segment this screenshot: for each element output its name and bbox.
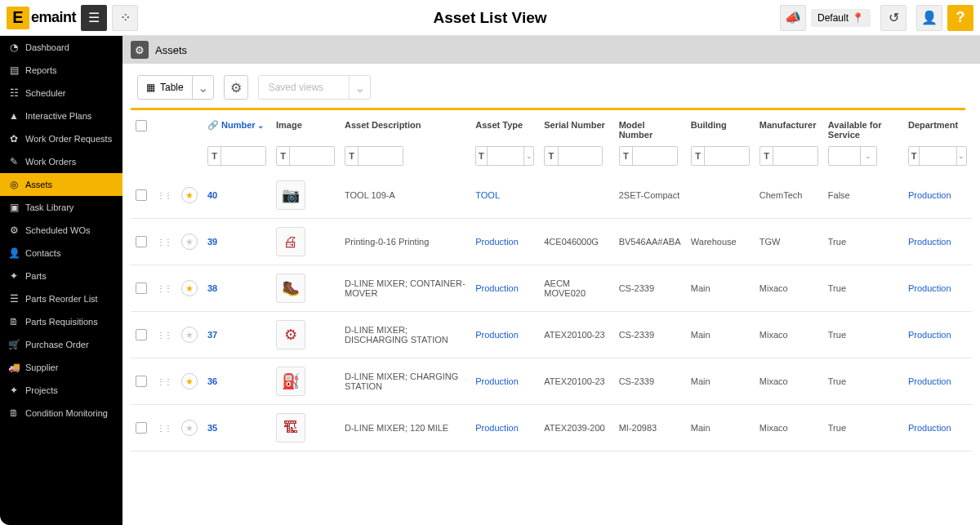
- row-checkbox[interactable]: [136, 329, 147, 340]
- cell-department[interactable]: Production: [908, 376, 951, 386]
- filter-description-input[interactable]: [359, 147, 403, 165]
- asset-number-link[interactable]: 37: [207, 330, 217, 340]
- panel-settings-button[interactable]: ⚙: [131, 41, 149, 59]
- apps-button[interactable]: ⁘: [112, 5, 138, 31]
- cell-asset-type[interactable]: Production: [475, 376, 519, 386]
- filter-model-input[interactable]: [633, 147, 677, 165]
- sidebar-item-work-order-requests[interactable]: ✿Work Order Requests: [0, 127, 122, 150]
- asset-number-link[interactable]: 39: [207, 237, 217, 247]
- history-button[interactable]: ↺: [880, 5, 906, 31]
- asset-number-link[interactable]: 38: [207, 283, 217, 293]
- col-available-for-service[interactable]: Available for Service: [823, 115, 903, 143]
- cell-asset-type[interactable]: Production: [475, 283, 519, 293]
- col-asset-type[interactable]: Asset Type: [470, 115, 539, 143]
- cell-asset-type[interactable]: TOOL: [475, 190, 500, 200]
- drag-handle-icon[interactable]: ⋮⋮: [157, 238, 172, 247]
- filter-number[interactable]: T: [207, 146, 266, 166]
- sidebar-item-parts[interactable]: ✦Parts: [0, 265, 122, 287]
- help-button[interactable]: ?: [947, 5, 973, 31]
- saved-views-select[interactable]: Saved views ⌄: [258, 75, 371, 100]
- row-checkbox[interactable]: [136, 283, 147, 294]
- favorite-toggle[interactable]: ★: [181, 234, 198, 250]
- col-asset-description[interactable]: Asset Description: [340, 115, 470, 143]
- drag-handle-icon[interactable]: ⋮⋮: [157, 191, 172, 200]
- filter-description[interactable]: T: [345, 146, 403, 166]
- row-checkbox[interactable]: [136, 189, 147, 201]
- row-checkbox[interactable]: [136, 376, 147, 387]
- asset-thumbnail[interactable]: 🥾: [276, 274, 305, 303]
- asset-number-link[interactable]: 35: [207, 423, 217, 433]
- asset-thumbnail[interactable]: ⛽: [276, 367, 305, 396]
- asset-thumbnail[interactable]: ⚙: [276, 320, 305, 349]
- sidebar-item-parts-requisitions[interactable]: 🗎Parts Requisitions: [0, 310, 122, 333]
- sidebar-item-projects[interactable]: ✦Projects: [0, 379, 122, 402]
- user-button[interactable]: 👤: [916, 5, 942, 31]
- drag-handle-icon[interactable]: ⋮⋮: [157, 377, 172, 386]
- drag-handle-icon[interactable]: ⋮⋮: [157, 424, 172, 433]
- filter-available[interactable]: ⌄: [828, 146, 877, 166]
- cell-department[interactable]: Production: [908, 423, 951, 433]
- filter-building-input[interactable]: [705, 147, 749, 165]
- menu-toggle-button[interactable]: ☰: [81, 5, 107, 31]
- sidebar-item-interactive-plans[interactable]: ▲Interactive Plans: [0, 105, 122, 127]
- sidebar-item-dashboard[interactable]: ◔Dashboard: [0, 36, 122, 59]
- sidebar-item-scheduled-wos[interactable]: ⚙Scheduled WOs: [0, 219, 122, 242]
- col-number[interactable]: 🔗Number⌄: [203, 115, 271, 143]
- sidebar-item-reports[interactable]: ▤Reports: [0, 59, 122, 82]
- col-serial-number[interactable]: Serial Number: [539, 115, 613, 143]
- announce-button[interactable]: 📣: [780, 5, 806, 31]
- location-selector[interactable]: Default 📍: [811, 9, 871, 27]
- filter-image-input[interactable]: [290, 147, 334, 165]
- sidebar-item-purchase-order[interactable]: 🛒Purchase Order: [0, 333, 122, 356]
- favorite-toggle[interactable]: ★: [181, 280, 198, 296]
- filter-number-input[interactable]: [221, 147, 265, 165]
- sidebar-item-supplier[interactable]: 🚚Supplier: [0, 356, 122, 379]
- drag-handle-icon[interactable]: ⋮⋮: [157, 331, 172, 340]
- cell-department[interactable]: Production: [908, 190, 951, 200]
- filter-manufacturer-input[interactable]: [773, 147, 817, 165]
- filter-department[interactable]: T⌄: [908, 146, 967, 166]
- cell-asset-type[interactable]: Production: [475, 237, 519, 247]
- sidebar-item-condition-monitoring[interactable]: 🗎Condition Monitoring: [0, 402, 122, 425]
- col-manufacturer[interactable]: Manufacturer: [755, 115, 823, 143]
- asset-thumbnail[interactable]: 🏗: [276, 413, 305, 443]
- favorite-toggle[interactable]: ★: [181, 187, 198, 203]
- row-checkbox[interactable]: [136, 236, 147, 247]
- col-model-number[interactable]: Model Number: [614, 115, 686, 143]
- drag-handle-icon[interactable]: ⋮⋮: [157, 284, 172, 293]
- filter-image[interactable]: T: [276, 146, 335, 166]
- favorite-toggle[interactable]: ★: [181, 327, 198, 343]
- col-image[interactable]: Image: [271, 115, 340, 143]
- asset-number-link[interactable]: 36: [207, 376, 217, 386]
- sidebar-item-work-orders[interactable]: ✎Work Orders: [0, 150, 122, 173]
- filter-department-input[interactable]: [920, 147, 956, 165]
- sidebar-item-assets[interactable]: ◎Assets: [0, 173, 122, 196]
- filter-asset-type-input[interactable]: [488, 147, 523, 165]
- cell-asset-type[interactable]: Production: [475, 330, 519, 340]
- row-checkbox[interactable]: [136, 422, 147, 434]
- sidebar-item-contacts[interactable]: 👤Contacts: [0, 242, 122, 265]
- favorite-toggle[interactable]: ★: [181, 373, 198, 389]
- col-building[interactable]: Building: [686, 115, 755, 143]
- asset-thumbnail[interactable]: 🖨: [276, 227, 305, 256]
- sidebar-item-scheduler[interactable]: ☷Scheduler: [0, 82, 122, 105]
- filter-serial-input[interactable]: [559, 147, 603, 165]
- sidebar-item-task-library[interactable]: ▣Task Library: [0, 196, 122, 219]
- list-settings-button[interactable]: ⚙: [224, 75, 248, 100]
- filter-manufacturer[interactable]: T: [760, 146, 818, 166]
- col-department[interactable]: Department: [903, 115, 972, 143]
- asset-thumbnail[interactable]: 📷: [276, 180, 305, 210]
- sidebar-item-parts-reorder-list[interactable]: ☰Parts Reorder List: [0, 287, 122, 310]
- filter-model[interactable]: T: [619, 146, 678, 166]
- asset-number-link[interactable]: 40: [207, 190, 217, 200]
- select-all-checkbox[interactable]: [136, 120, 147, 131]
- filter-building[interactable]: T: [691, 146, 750, 166]
- cell-department[interactable]: Production: [908, 283, 951, 293]
- cell-department[interactable]: Production: [908, 330, 951, 340]
- favorite-toggle[interactable]: ★: [181, 420, 198, 436]
- cell-department[interactable]: Production: [908, 237, 951, 247]
- filter-asset-type[interactable]: T⌄: [475, 146, 534, 166]
- view-mode-select[interactable]: ▦ Table ⌄: [137, 75, 214, 100]
- cell-asset-type[interactable]: Production: [475, 423, 519, 433]
- filter-serial[interactable]: T: [544, 146, 603, 166]
